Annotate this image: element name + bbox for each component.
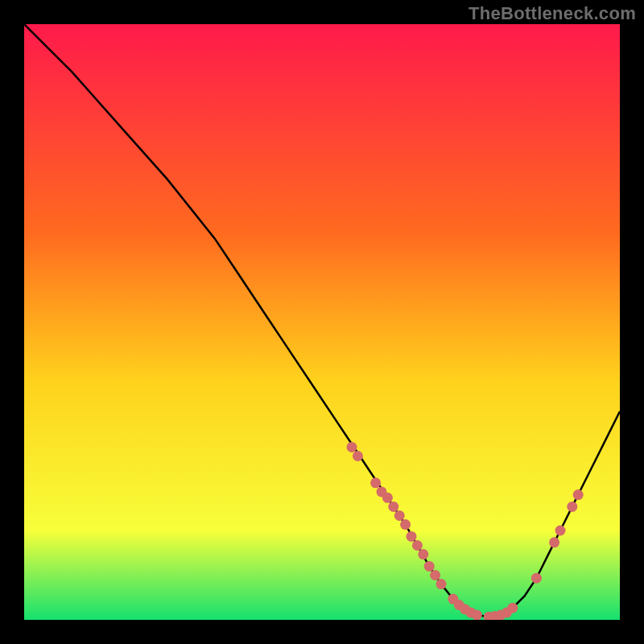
chart-svg xyxy=(24,24,620,620)
data-point xyxy=(436,579,447,589)
watermark-text: TheBottleneck.com xyxy=(469,3,636,24)
data-point xyxy=(370,477,381,488)
data-point xyxy=(430,570,440,580)
data-point xyxy=(412,540,423,551)
gradient-background xyxy=(24,24,620,620)
data-point xyxy=(353,451,363,461)
data-point xyxy=(418,549,428,559)
data-point xyxy=(424,561,435,572)
data-point xyxy=(567,502,577,512)
data-point xyxy=(573,489,584,500)
bottleneck-chart xyxy=(24,24,620,620)
data-point xyxy=(394,510,405,521)
data-point xyxy=(531,573,542,584)
data-point xyxy=(382,493,393,503)
data-point xyxy=(388,502,398,512)
data-point xyxy=(472,610,482,620)
chart-frame: TheBottleneck.com xyxy=(0,0,644,644)
data-point xyxy=(347,442,357,452)
data-point xyxy=(549,537,559,547)
data-point xyxy=(555,526,566,536)
data-point xyxy=(407,531,417,542)
data-point xyxy=(400,519,411,530)
data-point xyxy=(507,603,518,613)
